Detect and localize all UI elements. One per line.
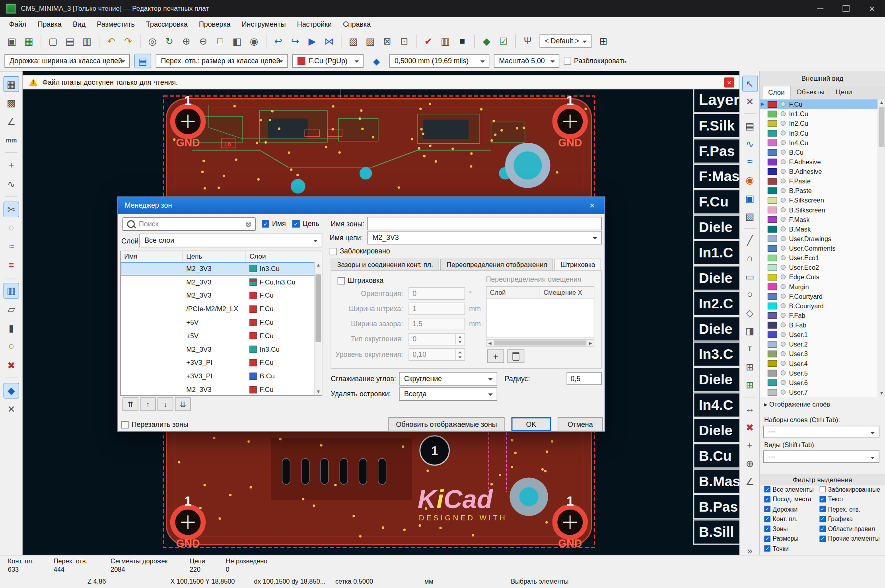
layer-visibility-icon[interactable]: [780, 111, 786, 117]
layer-row-In1.Cu[interactable]: In1.Cu: [760, 109, 878, 119]
layer-color-swatch[interactable]: [768, 130, 777, 136]
delete-tool-icon[interactable]: ✖: [742, 419, 758, 435]
layer-color-swatch[interactable]: [768, 283, 777, 290]
dim-inactive-layers-icon[interactable]: ▱: [4, 302, 19, 317]
layer-pair-icon[interactable]: ◆: [368, 54, 385, 68]
layer-row-B.Adhesive[interactable]: B.Adhesive: [760, 167, 878, 176]
properties-panel-icon[interactable]: ✕: [4, 401, 19, 417]
appearance-tab-0[interactable]: Слои: [762, 86, 791, 99]
layer-visibility-icon[interactable]: [780, 217, 786, 222]
layer-color-swatch[interactable]: [768, 235, 777, 242]
layer-visibility-icon[interactable]: [780, 275, 786, 280]
layer-visibility-icon[interactable]: [780, 198, 786, 203]
zones-outline-icon[interactable]: ◆: [4, 383, 19, 399]
layer-visibility-icon[interactable]: [780, 361, 786, 366]
zone-row-7[interactable]: +3V3_PIF.Cu: [121, 356, 315, 370]
grid-toggle-icon[interactable]: ▦: [4, 76, 19, 92]
layer-filter-select[interactable]: Все слои: [139, 234, 322, 247]
layer-row-F.Adhesive[interactable]: F.Adhesive: [760, 157, 878, 166]
zone-row-2[interactable]: M2_3V3F.Cu: [121, 289, 315, 302]
layer-color-swatch[interactable]: [768, 312, 777, 319]
redo-icon[interactable]: ↷: [120, 33, 136, 49]
layer-visibility-icon[interactable]: [780, 380, 786, 385]
layer-color-swatch[interactable]: [768, 350, 777, 357]
page-settings-icon[interactable]: ▢: [45, 33, 61, 49]
ratsnest-visibility-icon[interactable]: ≈: [4, 239, 19, 255]
appearance-tab-1[interactable]: Объекты: [791, 86, 830, 99]
radius-input[interactable]: 0,5: [567, 372, 602, 385]
dimension-icon[interactable]: ↔: [742, 401, 758, 417]
layer-row-User.Eco1[interactable]: User.Eco1: [760, 253, 878, 263]
select-tool-icon[interactable]: ↖: [742, 76, 758, 92]
filter-item-6[interactable]: ✓Конт. пл.: [764, 514, 818, 524]
menu-item-0[interactable]: Файл: [4, 19, 32, 30]
delete-offset-button[interactable]: [508, 349, 525, 363]
layer-row-F.Paste[interactable]: F.Paste: [760, 176, 878, 186]
move-bottom-button[interactable]: ⇊: [175, 397, 191, 411]
layer-color-swatch[interactable]: [768, 206, 777, 213]
cursor-shape-icon[interactable]: +: [4, 158, 19, 173]
zoom-select[interactable]: Масштаб 5,00: [494, 54, 560, 68]
layer-visibility-icon[interactable]: [780, 236, 786, 241]
hatch-field-input[interactable]: 1: [408, 303, 465, 315]
layer-visibility-icon[interactable]: [780, 207, 786, 212]
preset-select[interactable]: < Default >: [540, 35, 592, 48]
scroll-down-icon[interactable]: ▼: [878, 390, 885, 397]
units-mm-icon[interactable]: mm: [4, 132, 19, 148]
zone-row-4[interactable]: +5VF.Cu: [121, 315, 315, 329]
zoom-objects-icon[interactable]: ◉: [246, 33, 262, 49]
layer-visibility-icon[interactable]: [780, 351, 786, 356]
zoom-in-icon[interactable]: ⊕: [178, 33, 194, 49]
zoom-out-icon[interactable]: ⊖: [195, 33, 211, 49]
menu-item-3[interactable]: Разместить: [91, 19, 140, 30]
layer-row-F.Courtyard[interactable]: F.Courtyard: [760, 291, 878, 301]
layer-visibility-icon[interactable]: [780, 255, 786, 260]
filter-checkbox[interactable]: ✓: [764, 516, 770, 522]
layer-visibility-icon[interactable]: [780, 265, 786, 270]
net-inspector-icon[interactable]: ◌: [4, 220, 19, 236]
filter-by-net-checkbox[interactable]: ✓Цепь: [292, 220, 319, 228]
layer-visibility-icon[interactable]: [780, 130, 786, 136]
layer-visibility-icon[interactable]: [780, 159, 786, 164]
menu-item-5[interactable]: Проверка: [193, 19, 236, 30]
layer-color-swatch[interactable]: [768, 389, 777, 395]
islands-select[interactable]: Всегда: [399, 387, 497, 401]
layer-color-swatch[interactable]: [768, 187, 777, 194]
layer-visibility-icon[interactable]: [780, 313, 786, 318]
filter-checkbox[interactable]: ✓: [764, 486, 770, 493]
layer-color-swatch[interactable]: [768, 197, 777, 204]
filter-checkbox[interactable]: ✓: [819, 496, 826, 502]
filter-item-0[interactable]: ✓Все элементы: [764, 485, 818, 495]
library-browser-icon[interactable]: ▥: [438, 33, 453, 49]
polar-coords-icon[interactable]: ∠: [4, 113, 19, 129]
menu-item-6[interactable]: Инструменты: [236, 19, 292, 30]
window-layout-icon[interactable]: ⊞: [595, 33, 611, 49]
smoothing-select[interactable]: Скругление: [399, 372, 497, 386]
scroll-up-icon[interactable]: ▲: [878, 99, 885, 106]
zone-row-6[interactable]: M2_3V3In3.Cu: [121, 343, 315, 356]
cancel-button[interactable]: Отмена: [558, 417, 603, 431]
zone-row-1[interactable]: M2_3V3F.Cu,In3.Cu: [121, 275, 315, 289]
layer-row-B.Silkscreen[interactable]: B.Silkscreen: [760, 205, 878, 214]
zone-tab-0[interactable]: Зазоры и соединения конт. пл.: [331, 259, 440, 271]
board-setup-icon[interactable]: ▦: [21, 33, 37, 49]
layer-color-swatch[interactable]: [768, 274, 777, 280]
layer-color-swatch[interactable]: [768, 149, 777, 156]
filter-item-3[interactable]: ✓Текст: [819, 494, 884, 504]
ratsnest-curved-icon[interactable]: ∿: [4, 176, 19, 192]
measure-icon[interactable]: ∠: [742, 474, 758, 490]
plugin-icon[interactable]: ◆: [478, 33, 494, 49]
zone-row-3[interactable]: /PCIe-M2/M2_LXF.Cu: [121, 302, 315, 316]
layer-row-B.Fab[interactable]: B.Fab: [760, 320, 878, 330]
filter-checkbox[interactable]: ✓: [764, 526, 770, 532]
filter-item-1[interactable]: Заблокированные: [819, 485, 884, 495]
filter-item-11[interactable]: ✓Прочие элементы: [819, 534, 884, 544]
filter-checkbox[interactable]: ✓: [819, 526, 826, 532]
hatch-field-input[interactable]: 1,5: [408, 318, 465, 330]
lock-icon[interactable]: ⊠: [379, 33, 395, 49]
layer-row-B.Cu[interactable]: B.Cu: [760, 147, 878, 157]
layer-visibility-icon[interactable]: [780, 389, 786, 395]
print-icon[interactable]: ▤: [62, 33, 78, 49]
undo-icon[interactable]: ↶: [103, 33, 119, 49]
clear-search-icon[interactable]: ⊗: [245, 220, 252, 229]
